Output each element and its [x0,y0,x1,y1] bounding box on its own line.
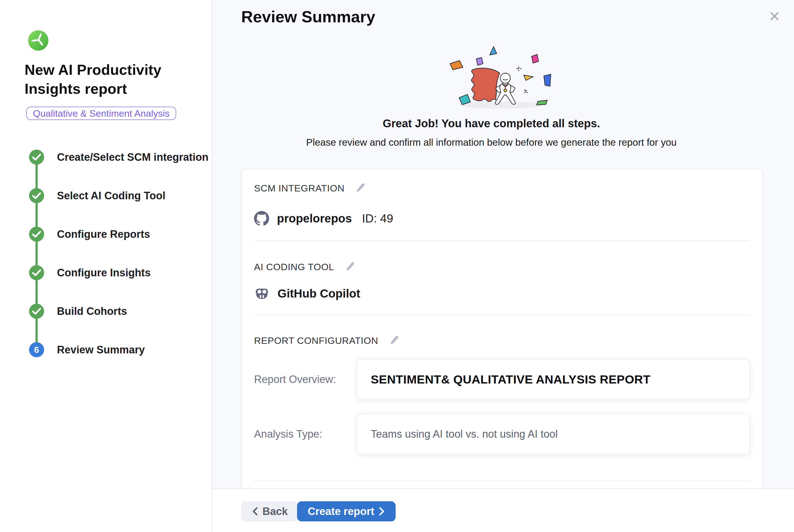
step-complete-check-icon [29,150,44,165]
celebration-illustration [439,45,562,114]
chevron-left-icon [252,507,258,516]
analysis-type-label: Analysis Type: [254,428,357,440]
github-copilot-icon [254,287,270,300]
step-select-ai-tool[interactable]: Select AI Coding Tool [0,188,212,203]
divider [254,315,750,316]
step-configure-insights[interactable]: Configure Insights [0,265,212,280]
step-complete-check-icon [29,227,44,242]
summary-card: SCM INTEGRATION propelorepos ID: 49 AI C… [241,169,763,489]
step-complete-check-icon [29,265,44,280]
propelo-logo-icon [28,30,49,51]
wizard-footer: Back Create report [212,489,794,532]
analysis-type-value: Teams using AI tool vs. not using AI too… [357,414,750,454]
wizard-steps: Create/Select SCM integration Select AI … [0,150,212,381]
report-config-section-label: REPORT CONFIGURATION [254,335,378,346]
report-overview-label: Report Overview: [254,374,357,385]
scm-integration-id: ID: 49 [362,212,393,225]
panel-scroll-area[interactable]: Review Summary [212,0,794,489]
ai-tool-row: GitHub Copilot [254,286,750,301]
report-overview-row: Report Overview: SENTIMENT& QUALITATIVE … [254,359,750,400]
step-review-summary[interactable]: 6 Review Summary [0,342,212,357]
congrats-subtitle: Please review and confirm all informatio… [212,137,771,148]
app-root: New AI Productivity Insights report Qual… [0,0,794,532]
edit-ai-tool-icon[interactable] [345,262,355,272]
edit-scm-icon[interactable] [356,183,365,193]
report-config-section-header: REPORT CONFIGURATION [254,335,750,346]
step-create-select-scm[interactable]: Create/Select SCM integration [0,150,212,165]
ai-tool-section-label: AI CODING TOOL [254,262,334,272]
report-overview-value: SENTIMENT& QUALITATIVE ANALYSIS REPORT [357,359,750,400]
scm-integration-name: propelorepos [277,212,352,225]
congrats-title: Great Job! You have completed all steps. [212,117,771,130]
scm-section-header: SCM INTEGRATION [254,183,750,194]
step-complete-check-icon [29,188,44,203]
wizard-title: New AI Productivity Insights report [24,60,192,98]
ai-tool-section-header: AI CODING TOOL [254,261,750,272]
step-configure-reports[interactable]: Configure Reports [0,227,212,242]
wizard-sidebar: New AI Productivity Insights report Qual… [0,0,212,532]
panel-title: Review Summary [241,7,375,26]
back-button[interactable]: Back [241,501,299,521]
close-button[interactable] [770,11,779,21]
create-report-button[interactable]: Create report [297,501,396,521]
review-summary-panel: Review Summary [212,0,794,532]
github-icon [254,211,269,226]
divider [254,241,750,241]
chevron-right-icon [379,507,385,516]
scm-section-label: SCM INTEGRATION [254,183,344,194]
divider [254,481,750,481]
step-build-cohorts[interactable]: Build Cohorts [0,304,212,319]
step-number-badge: 6 [29,342,44,357]
scm-integration-row: propelorepos ID: 49 [254,211,750,226]
report-type-badge: Qualitative & Sentiment Analysis [26,107,176,120]
edit-report-config-icon[interactable] [390,335,399,346]
step-complete-check-icon [29,304,44,319]
ai-tool-name: GitHub Copilot [278,287,360,300]
analysis-type-row: Analysis Type: Teams using AI tool vs. n… [254,414,750,454]
